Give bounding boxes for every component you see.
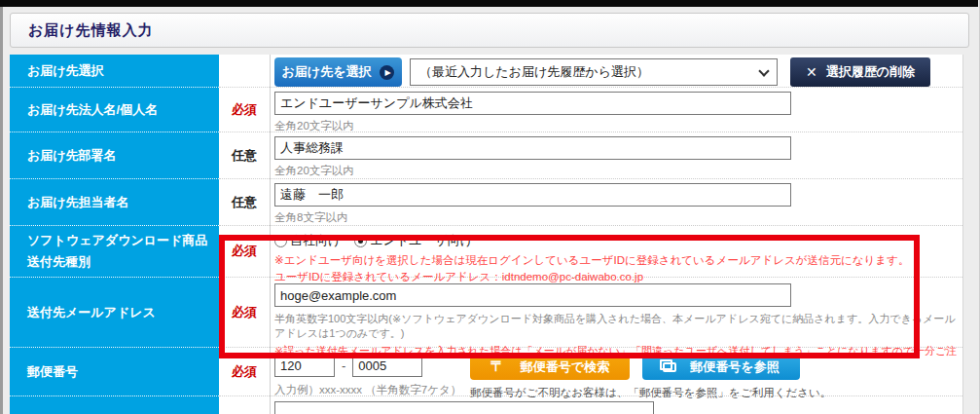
play-arrow-icon: ▶: [380, 65, 394, 80]
radio-dot-icon: [354, 235, 367, 247]
delivery-email-label-cell: 送付先メールアドレス: [10, 278, 219, 348]
top-border-bar: [0, 0, 978, 7]
postal-buttons-column: 〒 郵便番号で検索 郵便番号を参照 郵便番号がご不明なお客様は、「郵便番号を参照…: [470, 354, 831, 400]
radio-enduser-label: エンドユーザ向け: [370, 232, 473, 249]
postal-code-input-1[interactable]: [274, 354, 335, 377]
required-badge: 必須: [232, 243, 257, 260]
dl-type-note1: ※エンドユーザ向けを選択した場合は現在ログインしているユーザIDに登録されている…: [274, 253, 962, 269]
badge-cell: 必須: [219, 348, 270, 396]
department-hint: 全角20文字以内: [274, 164, 962, 178]
company-name-input[interactable]: [274, 92, 791, 115]
department-content: 全角20文字以内: [270, 132, 962, 179]
left-edge-border: [0, 0, 3, 414]
delivery-email-hint: 半角英数字100文字以内(※ソフトウェアダウンロード対象商品を購入された場合、本…: [274, 312, 962, 341]
recipient-history-select-value: （最近入力したお届け先履歴から選択）: [419, 63, 649, 81]
row-label: お届け先法人名/個人名: [27, 101, 219, 119]
recipient-history-select[interactable]: （最近入力したお届け先履歴から選択）: [410, 58, 778, 86]
company-name-label-cell: お届け先法人名/個人名: [10, 88, 219, 132]
row-postal-code: 郵便番号 必須 - 入力例）xxx-xxxx （半角数字7ケタ）: [10, 348, 962, 396]
postal-search-button[interactable]: 〒 郵便番号で検索: [470, 354, 630, 380]
radio-enduser[interactable]: エンドユーザ向け: [354, 232, 473, 249]
row-label: 郵便番号: [27, 363, 219, 381]
row-software-dl-type: ソフトウェアダウンロード商品 送付先種別 必須 自社向け エンドユーザ向け: [10, 226, 962, 278]
software-dl-type-label-cell: ソフトウェアダウンロード商品 送付先種別: [10, 226, 219, 278]
delivery-info-page: お届け先情報入力 お届け先選択 お届け先を選択 ▶ （最近入力したお届け先履歴か…: [0, 0, 980, 414]
contact-person-input[interactable]: [274, 183, 791, 207]
required-badge: 必須: [232, 304, 257, 321]
badge-cell: 任意: [219, 179, 270, 226]
contact-person-label-cell: お届け先担当者名: [10, 179, 219, 226]
select-recipient-button[interactable]: お届け先を選択 ▶: [274, 57, 402, 87]
postal-browse-button-label: 郵便番号を参照: [690, 358, 779, 376]
contact-person-hint: 全角8文字以内: [274, 210, 962, 225]
row-company-name: お届け先法人名/個人名 必須 全角20文字以内: [10, 88, 962, 132]
row-delivery-email: 送付先メールアドレス 必須 半角英数字100文字以内(※ソフトウェアダウンロード…: [10, 278, 962, 348]
row-recipient-select: お届け先選択 お届け先を選択 ▶ （最近入力したお届け先履歴から選択） ✕ 選択…: [10, 55, 962, 88]
required-badge: 必須: [232, 363, 257, 381]
row-label: お届け先担当者名: [27, 194, 219, 211]
page-title: お届け先情報入力: [28, 21, 154, 40]
next-row-content: [270, 396, 962, 414]
row-label: 送付先メールアドレス: [27, 304, 219, 321]
postal-mark-icon: 〒: [490, 358, 505, 376]
badge-cell: 必須: [219, 88, 270, 132]
row-next-partial: [10, 396, 962, 414]
radio-company[interactable]: 自社向け: [274, 232, 341, 249]
row-contact-person: お届け先担当者名 任意 全角8文字以内: [10, 179, 962, 226]
recipient-select-content: お届け先を選択 ▶ （最近入力したお届け先履歴から選択） ✕ 選択履歴の削除: [270, 55, 962, 88]
select-recipient-button-label: お届け先を選択: [282, 63, 372, 81]
badge-cell: 必須: [219, 226, 270, 278]
row-label: お届け先部署名: [27, 147, 219, 165]
delivery-email-input[interactable]: [274, 283, 791, 307]
badge-cell: 必須: [219, 278, 270, 348]
badge-cell-empty: [219, 396, 270, 414]
delete-history-button[interactable]: ✕ 選択履歴の削除: [790, 57, 930, 87]
recipient-select-label-cell: お届け先選択: [10, 55, 219, 88]
chevron-down-icon: [758, 65, 769, 76]
next-field-input-partial[interactable]: [274, 401, 654, 414]
row-label-line1: ソフトウェアダウンロード商品: [27, 232, 219, 249]
row-label-line2: 送付先種別: [27, 253, 219, 271]
postal-code-content: - 入力例）xxx-xxxx （半角数字7ケタ） 〒 郵便番号で検索: [270, 348, 962, 396]
department-input[interactable]: [274, 136, 791, 160]
window-icon: [663, 362, 676, 372]
postal-search-button-label: 郵便番号で検索: [521, 358, 609, 376]
postal-browse-button[interactable]: 郵便番号を参照: [642, 354, 800, 380]
company-name-content: 全角20文字以内: [270, 88, 962, 132]
page-header: お届け先情報入力: [10, 13, 969, 48]
radio-circle-icon: [274, 235, 287, 247]
badge-cell: 任意: [219, 132, 270, 179]
close-x-icon: ✕: [806, 64, 817, 80]
delivery-form-table: お届け先選択 お届け先を選択 ▶ （最近入力したお届け先履歴から選択） ✕ 選択…: [10, 55, 963, 414]
optional-badge: 任意: [232, 194, 257, 211]
badge-cell-empty: [219, 55, 270, 88]
radio-company-label: 自社向け: [290, 232, 341, 249]
company-name-hint: 全角20文字以内: [274, 119, 962, 133]
postal-code-hint: 入力例）xxx-xxxx （半角数字7ケタ）: [274, 383, 470, 397]
row-department: お届け先部署名 任意 全角20文字以内: [10, 132, 962, 179]
row-label: お届け先選択: [27, 62, 219, 80]
postal-separator: -: [342, 358, 345, 373]
contact-person-content: 全角8文字以内: [270, 179, 962, 226]
optional-badge: 任意: [232, 147, 257, 165]
delivery-email-content: 半角英数字100文字以内(※ソフトウェアダウンロード対象商品を購入された場合、本…: [270, 278, 962, 348]
next-row-label-cell: [10, 396, 219, 414]
dl-type-radio-group: 自社向け エンドユーザ向け: [274, 232, 962, 249]
department-label-cell: お届け先部署名: [10, 132, 219, 179]
delete-history-button-label: 選択履歴の削除: [826, 63, 915, 81]
required-badge: 必須: [232, 101, 257, 119]
postal-inputs-column: - 入力例）xxx-xxxx （半角数字7ケタ）: [274, 352, 470, 400]
software-dl-type-content: 自社向け エンドユーザ向け ※エンドユーザ向けを選択した場合は現在ログインしてい…: [270, 226, 962, 278]
postal-code-label-cell: 郵便番号: [10, 348, 219, 396]
postal-code-input-2[interactable]: [352, 354, 422, 377]
